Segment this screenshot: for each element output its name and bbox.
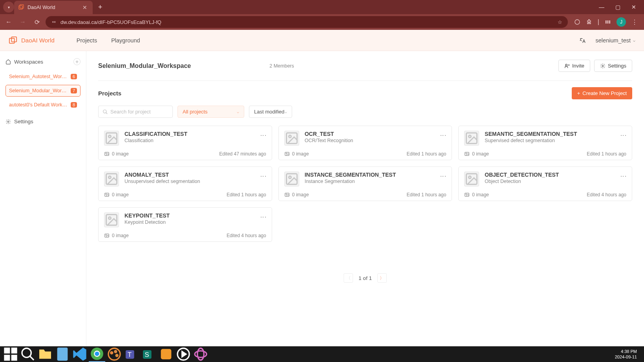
project-menu-button[interactable]: ⋮ [620, 172, 626, 186]
sharepoint-icon[interactable]: S [141, 346, 157, 362]
add-workspace-button[interactable]: + [73, 58, 80, 65]
teams-icon[interactable]: T [123, 346, 140, 362]
top-nav: Projects Playground [77, 37, 140, 44]
project-menu-button[interactable]: ⋮ [440, 131, 446, 146]
paint-icon[interactable] [106, 346, 123, 362]
settings-label: Settings [608, 63, 626, 69]
project-card[interactable]: SEMANTIC_SEGMENTATION_TEST Supervised de… [458, 126, 632, 160]
project-card[interactable]: KEYPOINT_TEST Keypoint Detection ⋮ 0 ima… [98, 207, 272, 242]
svg-text:S: S [145, 351, 149, 358]
svg-point-27 [466, 153, 467, 154]
project-menu-button[interactable]: ⋮ [260, 131, 266, 146]
workspace-item[interactable]: autotest0's Default Worksp...8 [5, 99, 80, 111]
close-window-button[interactable]: ✕ [631, 4, 636, 10]
site-info-icon[interactable] [51, 19, 57, 25]
svg-point-55 [111, 352, 113, 354]
prev-page-button[interactable]: 〈 [344, 273, 353, 283]
invite-icon [564, 63, 570, 69]
sidebar: Workspaces + Selenium_Autotest_Worksp...… [0, 51, 86, 346]
clock-time: 4:38 PM [615, 349, 637, 354]
window-controls: — ▢ ✕ [599, 4, 644, 10]
chrome-menu-button[interactable]: ⋮ [631, 18, 638, 26]
svg-rect-7 [607, 20, 609, 24]
project-title: INSTANCE_SEGMENTATION_TEST [305, 172, 435, 178]
project-title: CLASSIFICATION_TEST [124, 131, 254, 137]
image-icon [104, 233, 110, 238]
browser-tab[interactable]: DaoAI World ✕ [14, 1, 93, 14]
plus-icon: + [577, 90, 580, 96]
workspace-settings-button[interactable]: Settings [594, 60, 632, 72]
profile-avatar[interactable]: J [617, 17, 626, 27]
project-menu-button[interactable]: ⋮ [440, 172, 446, 186]
project-card[interactable]: ANOMALY_TEST Unsupervised defect segment… [98, 166, 272, 201]
svg-rect-44 [4, 347, 10, 353]
svg-rect-45 [11, 347, 17, 353]
project-sort-select[interactable]: Last modified ⌵ [249, 106, 292, 118]
back-button[interactable]: ← [3, 16, 14, 27]
notepad-icon[interactable] [54, 346, 71, 362]
search-button[interactable] [20, 346, 36, 362]
tab-title: DaoAI World [27, 5, 55, 10]
workspace-item[interactable]: Selenium_Modular_Worksp...7 [5, 85, 80, 97]
extension-icon[interactable] [574, 19, 580, 25]
svg-rect-1 [20, 5, 24, 8]
next-page-button[interactable]: 〉 [377, 273, 387, 283]
nav-playground[interactable]: Playground [111, 37, 140, 44]
project-card[interactable]: OBJECT_DETECTION_TEST Object Detection ⋮… [458, 166, 632, 201]
image-count: 0 image [472, 151, 489, 157]
image-count: 0 image [112, 233, 129, 238]
page-indicator: 1 of 1 [359, 275, 372, 281]
main-content: Selenium_Modular_Workspace 2 Members Inv… [86, 51, 644, 346]
media-control-icon[interactable] [605, 19, 611, 25]
svg-point-35 [286, 194, 287, 195]
language-button[interactable] [579, 37, 585, 44]
search-icon [102, 109, 108, 115]
tab-search-button[interactable]: ▾ [3, 2, 14, 13]
maximize-button[interactable]: ▢ [615, 4, 620, 10]
file-explorer-icon[interactable] [37, 346, 53, 362]
project-card[interactable]: OCR_TEST OCR/Text Recognition ⋮ 0 image … [278, 126, 452, 160]
tab-close-button[interactable]: ✕ [82, 4, 87, 11]
project-title: KEYPOINT_TEST [124, 212, 254, 219]
project-menu-button[interactable]: ⋮ [620, 131, 626, 146]
minimize-button[interactable]: — [599, 4, 604, 10]
project-menu-button[interactable]: ⋮ [260, 172, 266, 186]
nav-projects[interactable]: Projects [77, 37, 97, 44]
bookmark-button[interactable]: ☆ [558, 19, 562, 25]
start-button[interactable] [2, 346, 19, 362]
workspace-label: autotest0's Default Worksp... [9, 102, 68, 108]
vscode-icon[interactable] [71, 346, 88, 362]
workspace-count-badge: 6 [71, 74, 77, 79]
workspace-item[interactable]: Selenium_Autotest_Worksp...6 [5, 71, 80, 82]
app-icon[interactable] [192, 346, 209, 362]
project-menu-button[interactable]: ⋮ [260, 212, 266, 227]
project-card[interactable]: CLASSIFICATION_TEST Classification ⋮ 0 i… [98, 126, 272, 160]
svg-point-11 [7, 121, 9, 122]
extensions-button[interactable] [586, 19, 592, 25]
project-filter-select[interactable]: All projects ⌵ [177, 106, 244, 118]
invite-label: Invite [572, 63, 584, 69]
workspace-header: Selenium_Modular_Workspace 2 Members Inv… [98, 60, 632, 72]
new-tab-button[interactable]: + [98, 3, 102, 11]
sidebar-settings[interactable]: Settings [5, 119, 80, 124]
reload-button[interactable]: ⟳ [31, 16, 42, 27]
project-thumbnail [104, 172, 119, 186]
windows-taskbar: T S 4:38 PM 2024-09-11 [0, 346, 644, 362]
sublime-icon[interactable] [158, 346, 174, 362]
user-menu[interactable]: selenium_test ⌵ [596, 37, 635, 44]
address-bar[interactable]: dw.dev.daoai.ca/dIF-bPC5UOFsEcaBYLJ-fQ ☆ [46, 16, 568, 28]
create-project-button[interactable]: + Create New Project [572, 87, 632, 99]
forward-button[interactable]: → [17, 16, 28, 27]
svg-point-29 [109, 176, 111, 179]
chrome-icon[interactable] [89, 346, 105, 362]
app-logo[interactable]: DaoAI World [9, 36, 55, 45]
media-player-icon[interactable] [175, 346, 192, 362]
system-tray[interactable]: 4:38 PM 2024-09-11 [615, 349, 642, 360]
gear-icon [600, 63, 606, 69]
project-search-input[interactable]: Search for project [98, 106, 173, 118]
project-card[interactable]: INSTANCE_SEGMENTATION_TEST Instance Segm… [278, 166, 452, 201]
tab-favicon [18, 4, 24, 11]
invite-button[interactable]: Invite [558, 60, 590, 72]
svg-point-13 [602, 65, 604, 67]
svg-point-48 [22, 348, 31, 357]
